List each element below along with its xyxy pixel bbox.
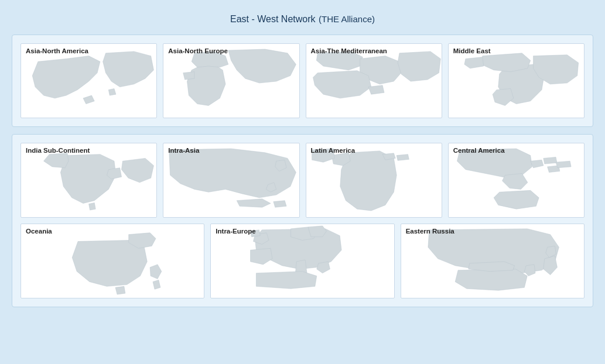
- card-label-central-america: Central America: [453, 147, 505, 154]
- card-label-asia-north-america: Asia-North America: [26, 47, 88, 54]
- card-label-eastern-russia: Eastern Russia: [406, 228, 454, 235]
- map-svg-oceania: [21, 224, 204, 298]
- title-sub: (THE Alliance): [319, 14, 375, 24]
- page-title: East - West Network (THE Alliance): [12, 12, 593, 25]
- card-label-oceania: Oceania: [26, 228, 52, 235]
- card-india-sub-continent[interactable]: India Sub-Continent: [20, 143, 157, 218]
- card-intra-europe[interactable]: Intra-Europe: [210, 224, 394, 298]
- section2-row2-grid: Oceania Intra-Europe: [20, 224, 585, 298]
- title-main: East - West Network: [230, 14, 316, 24]
- map-svg-central-america: [449, 143, 584, 217]
- card-label-india-sub-continent: India Sub-Continent: [26, 147, 90, 154]
- map-svg-asia-north-europe: [163, 44, 299, 118]
- card-middle-east[interactable]: Middle East: [448, 43, 585, 118]
- section1-grid: Asia-North America Asia-North Europe: [20, 43, 585, 118]
- card-oceania[interactable]: Oceania: [20, 224, 204, 298]
- card-eastern-russia[interactable]: Eastern Russia: [401, 224, 585, 298]
- card-label-asia-mediterranean: Asia-The Mediterranean: [311, 47, 387, 54]
- section2: India Sub-Continent Intra-Asia: [12, 134, 593, 307]
- section-east-west: Asia-North America Asia-North Europe: [12, 35, 593, 127]
- card-label-asia-north-europe: Asia-North Europe: [168, 47, 228, 54]
- card-label-latin-america: Latin America: [311, 147, 356, 154]
- card-asia-mediterranean[interactable]: Asia-The Mediterranean: [306, 43, 442, 118]
- card-latin-america[interactable]: Latin America: [306, 143, 442, 218]
- map-svg-intra-europe: [211, 224, 394, 298]
- card-label-middle-east: Middle East: [453, 47, 491, 54]
- card-central-america[interactable]: Central America: [448, 143, 585, 218]
- map-svg-middle-east: [449, 44, 584, 118]
- map-svg-asia-north-america: [21, 44, 156, 118]
- map-svg-eastern-russia: [401, 224, 584, 298]
- map-svg-latin-america: [306, 143, 442, 217]
- map-svg-asia-mediterranean: [306, 44, 442, 118]
- section2-row1-grid: India Sub-Continent Intra-Asia: [20, 143, 585, 218]
- card-label-intra-europe: Intra-Europe: [216, 228, 255, 235]
- card-label-intra-asia: Intra-Asia: [168, 147, 199, 154]
- card-asia-north-america[interactable]: Asia-North America: [20, 43, 157, 118]
- map-svg-india: [21, 143, 156, 217]
- card-asia-north-europe[interactable]: Asia-North Europe: [163, 43, 299, 118]
- map-svg-intra-asia: [163, 143, 299, 217]
- page-wrapper: East - West Network (THE Alliance) Asia-…: [6, 6, 599, 320]
- card-intra-asia[interactable]: Intra-Asia: [163, 143, 299, 218]
